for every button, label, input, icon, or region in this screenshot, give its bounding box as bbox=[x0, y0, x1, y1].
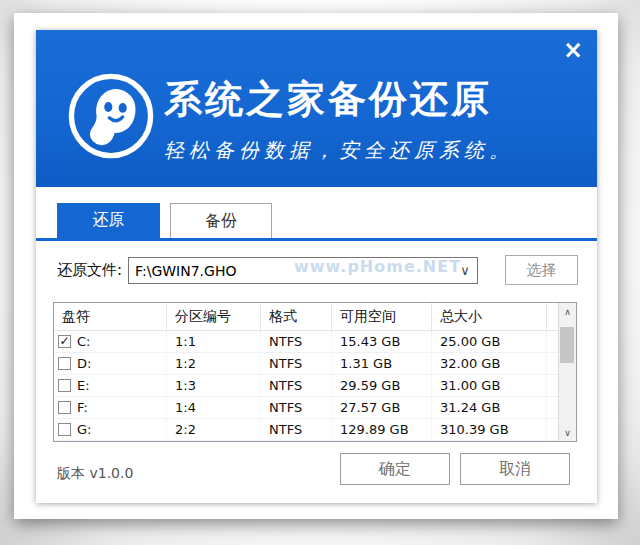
row-filler bbox=[547, 419, 558, 440]
row-checkbox[interactable]: ✓ bbox=[58, 335, 71, 348]
table-row[interactable]: ✓ C: 1:1 NTFS 15.43 GB 25.00 GB bbox=[54, 331, 558, 353]
drive-letter: C: bbox=[77, 334, 90, 349]
drive-letter: F: bbox=[77, 400, 88, 415]
column-header-partition[interactable]: 分区编号 bbox=[167, 303, 261, 330]
drive-letter: E: bbox=[77, 378, 90, 393]
format: NTFS bbox=[261, 331, 332, 352]
table-row[interactable]: D: 1:2 NTFS 1.31 GB 32.00 GB bbox=[54, 353, 558, 375]
table-row[interactable]: E: 1:3 NTFS 29.59 GB 31.00 GB bbox=[54, 375, 558, 397]
format: NTFS bbox=[261, 353, 332, 374]
drive-letter: D: bbox=[77, 356, 91, 371]
row-checkbox[interactable] bbox=[58, 423, 71, 436]
cancel-button[interactable]: 取消 bbox=[460, 453, 570, 485]
total-size: 32.00 GB bbox=[432, 353, 547, 374]
app-subtitle: 轻松备份数据，安全还原系统。 bbox=[164, 137, 514, 164]
ghost-logo-icon bbox=[66, 71, 156, 161]
tab-backup[interactable]: 备份 bbox=[170, 203, 272, 238]
table-scrollbar[interactable]: ∧ ∨ bbox=[558, 303, 576, 441]
free-space: 15.43 GB bbox=[332, 331, 432, 352]
table-header-row: 盘符 分区编号 格式 可用空间 总大小 bbox=[54, 303, 558, 331]
chevron-down-icon[interactable]: ∨ bbox=[453, 263, 477, 278]
select-file-button[interactable]: 选择 bbox=[505, 255, 578, 285]
free-space: 129.89 GB bbox=[332, 419, 432, 440]
table-row[interactable]: G: 2:2 NTFS 129.89 GB 310.39 GB bbox=[54, 419, 558, 441]
total-size: 310.39 GB bbox=[432, 419, 547, 440]
total-size: 25.00 GB bbox=[432, 331, 547, 352]
restore-file-label: 还原文件: bbox=[57, 255, 122, 285]
scrollbar-thumb[interactable] bbox=[560, 327, 574, 363]
restore-file-combobox[interactable]: F:\GWIN7.GHO ∨ bbox=[128, 257, 478, 284]
total-size: 31.24 GB bbox=[432, 397, 547, 418]
column-header-format[interactable]: 格式 bbox=[261, 303, 332, 330]
tab-restore[interactable]: 还原 bbox=[57, 203, 160, 238]
table-row[interactable]: F: 1:4 NTFS 27.57 GB 31.24 GB bbox=[54, 397, 558, 419]
row-filler bbox=[547, 375, 558, 396]
app-window: × 系统之家备份还原 轻松备份数据，安全还原系统。 还原 备份 还原文件: F:… bbox=[14, 13, 618, 519]
partition-number: 1:3 bbox=[167, 375, 261, 396]
row-filler bbox=[547, 353, 558, 374]
format: NTFS bbox=[261, 375, 332, 396]
row-checkbox[interactable] bbox=[58, 379, 71, 392]
scroll-up-icon[interactable]: ∧ bbox=[559, 303, 576, 320]
total-size: 31.00 GB bbox=[432, 375, 547, 396]
partition-number: 1:2 bbox=[167, 353, 261, 374]
column-header-drive[interactable]: 盘符 bbox=[54, 303, 167, 330]
column-header-free-space[interactable]: 可用空间 bbox=[332, 303, 432, 330]
app-frame: × 系统之家备份还原 轻松备份数据，安全还原系统。 还原 备份 还原文件: F:… bbox=[36, 30, 597, 503]
partition-table: 盘符 分区编号 格式 可用空间 总大小 ✓ C: 1:1 NTFS 15.43 … bbox=[53, 302, 577, 442]
row-filler bbox=[547, 397, 558, 418]
app-header: × 系统之家备份还原 轻松备份数据，安全还原系统。 bbox=[36, 30, 597, 187]
format: NTFS bbox=[261, 419, 332, 440]
partition-number: 1:4 bbox=[167, 397, 261, 418]
row-checkbox[interactable] bbox=[58, 357, 71, 370]
ok-button[interactable]: 确定 bbox=[340, 453, 450, 485]
column-header-filler bbox=[547, 303, 558, 330]
table-body: ✓ C: 1:1 NTFS 15.43 GB 25.00 GB D: 1:2 N… bbox=[54, 331, 558, 441]
partition-number: 1:1 bbox=[167, 331, 261, 352]
scroll-down-icon[interactable]: ∨ bbox=[559, 424, 576, 441]
format: NTFS bbox=[261, 397, 332, 418]
drive-letter: G: bbox=[77, 422, 91, 437]
tab-underline bbox=[36, 238, 597, 241]
partition-number: 2:2 bbox=[167, 419, 261, 440]
column-header-total-size[interactable]: 总大小 bbox=[432, 303, 547, 330]
close-button[interactable]: × bbox=[557, 34, 589, 66]
free-space: 27.57 GB bbox=[332, 397, 432, 418]
free-space: 29.59 GB bbox=[332, 375, 432, 396]
free-space: 1.31 GB bbox=[332, 353, 432, 374]
header-titles: 系统之家备份还原 轻松备份数据，安全还原系统。 bbox=[164, 74, 514, 164]
scrollbar-track[interactable] bbox=[559, 320, 576, 424]
restore-file-value: F:\GWIN7.GHO bbox=[129, 263, 453, 279]
row-checkbox[interactable] bbox=[58, 401, 71, 414]
version-label: 版本 v1.0.0 bbox=[57, 459, 133, 489]
app-title: 系统之家备份还原 bbox=[164, 74, 514, 125]
row-filler bbox=[547, 331, 558, 352]
